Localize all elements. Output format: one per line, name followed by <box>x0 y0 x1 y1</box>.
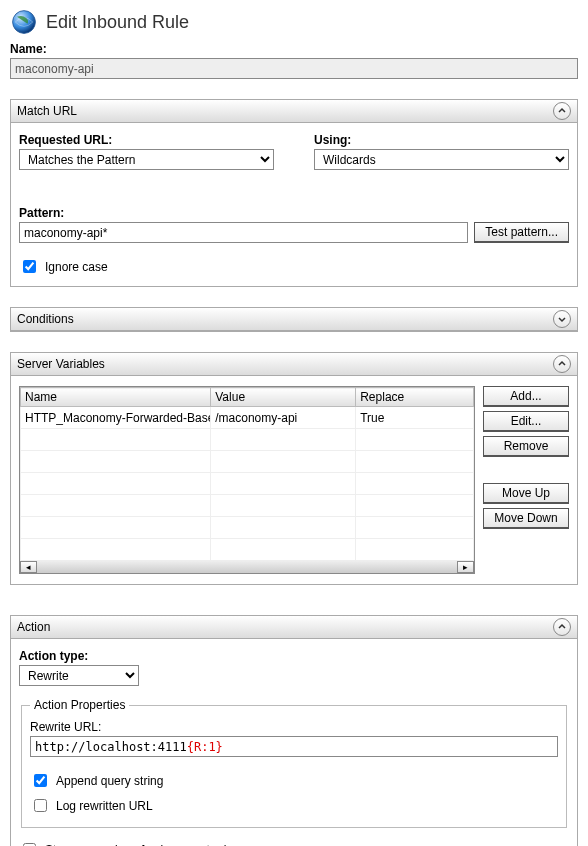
pattern-label: Pattern: <box>19 206 569 220</box>
append-query-checkbox[interactable] <box>34 774 47 787</box>
pattern-input[interactable] <box>19 222 468 243</box>
action-properties-fieldset: Action Properties Rewrite URL: http://lo… <box>21 698 567 828</box>
action-type-select[interactable]: Rewrite <box>19 665 139 686</box>
table-row <box>21 473 474 495</box>
section-action: Action Action type: Rewrite Action Prope… <box>10 615 578 846</box>
name-label: Name: <box>10 42 578 56</box>
ignore-case-label: Ignore case <box>45 260 108 274</box>
horizontal-scrollbar[interactable]: ◂ ▸ <box>20 561 474 573</box>
server-vars-grid[interactable]: Name Value Replace HTTP_Maconomy-Forward… <box>19 386 475 574</box>
requested-url-select[interactable]: Matches the Pattern <box>19 149 274 170</box>
scroll-left-icon[interactable]: ◂ <box>20 561 37 573</box>
ignore-case-checkbox[interactable] <box>23 260 36 273</box>
table-row <box>21 539 474 561</box>
name-input[interactable] <box>10 58 578 79</box>
scroll-right-icon[interactable]: ▸ <box>457 561 474 573</box>
table-row <box>21 429 474 451</box>
collapse-icon[interactable] <box>553 355 571 373</box>
section-conditions: Conditions <box>10 307 578 332</box>
section-header-action[interactable]: Action <box>11 616 577 639</box>
using-select[interactable]: Wildcards <box>314 149 569 170</box>
add-button[interactable]: Add... <box>483 386 569 407</box>
col-replace[interactable]: Replace <box>356 388 474 407</box>
table-row <box>21 517 474 539</box>
section-server-variables: Server Variables Name Value Replace <box>10 352 578 585</box>
col-name[interactable]: Name <box>21 388 211 407</box>
svg-point-0 <box>13 11 36 34</box>
page-title: Edit Inbound Rule <box>46 12 189 33</box>
stop-processing-label: Stop processing of subsequent rules <box>45 843 239 847</box>
move-up-button[interactable]: Move Up <box>483 483 569 504</box>
rewrite-url-input[interactable]: http://localhost:4111{R:1} <box>30 736 558 757</box>
remove-button[interactable]: Remove <box>483 436 569 457</box>
using-label: Using: <box>314 133 569 147</box>
table-row <box>21 495 474 517</box>
test-pattern-button[interactable]: Test pattern... <box>474 222 569 243</box>
collapse-icon[interactable] <box>553 618 571 636</box>
section-match-url: Match URL Requested URL: Matches the Pat… <box>10 99 578 287</box>
table-row <box>21 451 474 473</box>
section-header-match-url[interactable]: Match URL <box>11 100 577 123</box>
globe-icon <box>10 8 38 36</box>
section-header-conditions[interactable]: Conditions <box>11 308 577 331</box>
log-rewritten-label: Log rewritten URL <box>56 799 153 813</box>
rewrite-url-label: Rewrite URL: <box>30 720 558 734</box>
section-header-server-variables[interactable]: Server Variables <box>11 353 577 376</box>
requested-url-label: Requested URL: <box>19 133 274 147</box>
expand-icon[interactable] <box>553 310 571 328</box>
table-row[interactable]: HTTP_Maconomy-Forwarded-Base-Path /macon… <box>21 407 474 429</box>
collapse-icon[interactable] <box>553 102 571 120</box>
action-type-label: Action type: <box>19 649 569 663</box>
move-down-button[interactable]: Move Down <box>483 508 569 529</box>
edit-button[interactable]: Edit... <box>483 411 569 432</box>
log-rewritten-checkbox[interactable] <box>34 799 47 812</box>
col-value[interactable]: Value <box>211 388 356 407</box>
append-query-label: Append query string <box>56 774 163 788</box>
